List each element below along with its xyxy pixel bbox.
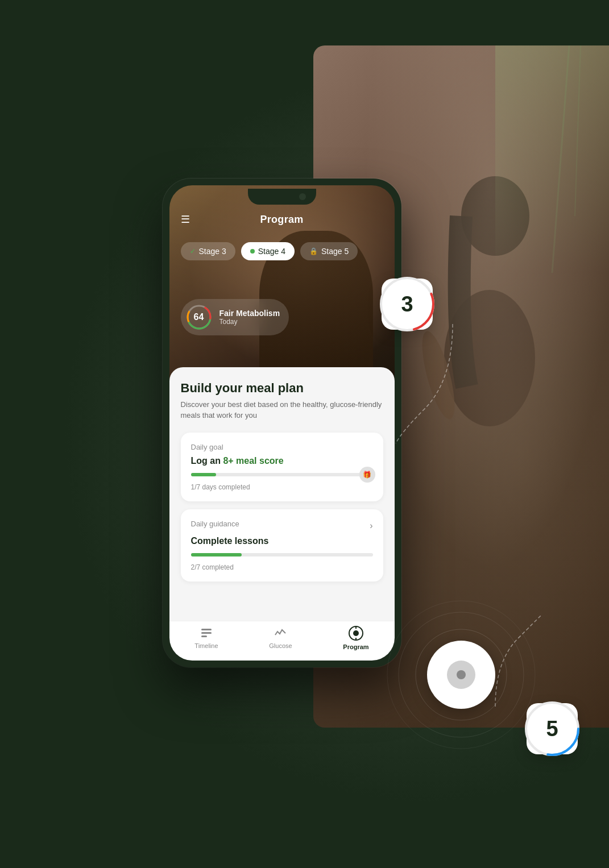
cgm-sensor xyxy=(427,641,495,709)
guidance-title: Complete lessons xyxy=(191,536,373,546)
nav-glucose[interactable]: Glucose xyxy=(269,626,292,649)
program-nav-label: Program xyxy=(343,643,368,650)
stage-4-tab[interactable]: Stage 4 xyxy=(241,242,295,260)
badge-5-box: 5 xyxy=(527,703,578,754)
badge-3-box: 3 xyxy=(382,279,433,330)
phone-screen: ☰ Program ✓ Stage 3 Stage 4 🔒 Stage 5 xyxy=(169,185,395,661)
guidance-progress-bar xyxy=(191,553,373,556)
svg-line-4 xyxy=(575,45,581,216)
daily-goal-title: Log an 8+ meal score xyxy=(191,456,373,466)
menu-button[interactable]: ☰ xyxy=(181,213,190,226)
nav-timeline[interactable]: Timeline xyxy=(194,626,218,649)
gift-icon: 🎁 xyxy=(359,467,375,483)
svg-rect-9 xyxy=(201,629,212,630)
status-bar xyxy=(169,185,395,208)
guidance-label: Daily guidance xyxy=(191,520,239,528)
metabolism-badge[interactable]: 64 Fair Metabolism Today xyxy=(181,299,289,335)
svg-point-13 xyxy=(353,630,359,636)
guidance-progress-text: 2/7 completed xyxy=(191,563,373,571)
svg-rect-11 xyxy=(201,636,207,637)
glucose-nav-label: Glucose xyxy=(269,642,292,649)
score-circle: 64 xyxy=(185,304,213,331)
daily-goal-label: Daily goal xyxy=(191,443,373,451)
content-area: Build your meal plan Discover your best … xyxy=(169,367,395,621)
front-camera xyxy=(299,193,306,200)
stage-5-tab[interactable]: 🔒 Stage 5 xyxy=(300,242,358,260)
phone-mockup: ☰ Program ✓ Stage 3 Stage 4 🔒 Stage 5 xyxy=(163,178,401,667)
daily-goal-card[interactable]: Daily goal Log an 8+ meal score 🎁 1/7 da… xyxy=(181,433,383,501)
badge-5-arc xyxy=(523,700,581,758)
screen-title: Program xyxy=(260,214,303,226)
check-icon: ✓ xyxy=(190,247,196,255)
lock-icon: 🔒 xyxy=(309,247,318,255)
timeline-icon xyxy=(200,626,213,640)
cgm-device-body xyxy=(427,641,495,709)
phone-device: ☰ Program ✓ Stage 3 Stage 4 🔒 Stage 5 xyxy=(163,178,401,667)
timeline-nav-label: Timeline xyxy=(194,642,218,649)
glucose-icon xyxy=(274,626,287,640)
section-heading: Build your meal plan xyxy=(181,381,383,396)
svg-point-0 xyxy=(444,290,535,426)
cgm-sensor-inner xyxy=(447,661,475,689)
metabolism-info: Fair Metabolism Today xyxy=(219,309,280,326)
section-description: Discover your best diet based on the hea… xyxy=(181,399,383,421)
stage-3-tab[interactable]: ✓ Stage 3 xyxy=(181,242,235,260)
daily-goal-progress-text: 1/7 days completed xyxy=(191,483,373,491)
bottom-navigation: Timeline Glucose xyxy=(169,621,395,661)
chevron-right-icon: › xyxy=(370,521,372,531)
svg-point-2 xyxy=(416,329,461,422)
program-icon xyxy=(348,625,364,641)
daily-guidance-card[interactable]: Daily guidance › Complete lessons 2/7 co… xyxy=(181,509,383,582)
svg-point-1 xyxy=(461,176,529,256)
guidance-progress-fill xyxy=(191,553,242,556)
active-dot-icon xyxy=(250,249,255,254)
nav-program[interactable]: Program xyxy=(343,625,368,650)
notch xyxy=(248,189,316,205)
svg-line-3 xyxy=(552,45,569,273)
daily-goal-progress-fill xyxy=(191,473,217,476)
metabolism-score: 64 xyxy=(194,312,204,322)
svg-rect-10 xyxy=(201,632,212,634)
app-header: ☰ Program xyxy=(169,214,395,226)
stage-tabs: ✓ Stage 3 Stage 4 🔒 Stage 5 xyxy=(169,242,395,260)
daily-goal-progress-bar: 🎁 xyxy=(191,473,373,476)
stage-3-badge: 3 xyxy=(382,279,433,330)
guidance-header: Daily guidance › xyxy=(191,520,373,533)
cgm-sensor-dot xyxy=(457,670,466,679)
badge-3-arc xyxy=(378,275,436,333)
stage-5-badge: 5 xyxy=(527,703,578,754)
